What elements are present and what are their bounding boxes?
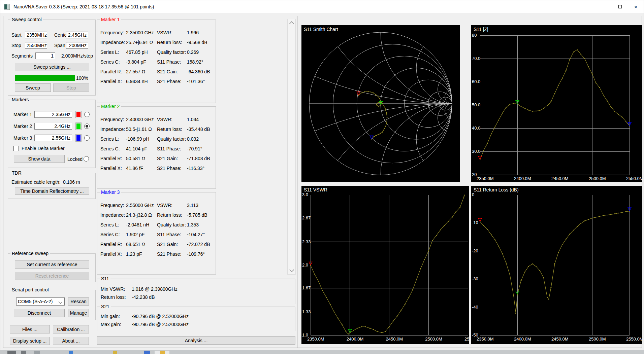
enable-delta-marker-checkbox[interactable]	[13, 146, 19, 151]
s11-return-loss-chart[interactable]: 0-10-20-30-40-502350.0M2400.0M2450.0M250…	[471, 186, 642, 344]
chart-title: S11 VSWR	[304, 187, 327, 192]
analysis-button[interactable]: Analysis ...	[97, 336, 295, 345]
marker-3-color-button[interactable]	[75, 134, 82, 142]
marker-data-value: 24.3-j32.8 Ω	[126, 212, 152, 218]
s11-z-chart[interactable]: 8070.060.050.040.030.0202350.0M2400.0M24…	[471, 25, 642, 182]
taskbar-icon-fragment[interactable]	[113, 351, 117, 354]
marker-data-label: Series L:	[100, 136, 119, 142]
s11-summary-title: S11	[100, 276, 110, 281]
marker-3-data-group: Marker 3 Frequency:2.55000 GHzImpedance:…	[97, 192, 216, 275]
marker-1-frequency-input[interactable]: 2.35GHz	[34, 111, 72, 118]
y-tick-label: 1.67	[302, 285, 311, 290]
y-tick-label: -10	[472, 220, 478, 225]
sweep-settings-button[interactable]: Sweep settings ...	[15, 63, 89, 71]
disconnect-button[interactable]: Disconnect	[14, 309, 65, 317]
s11-min-vswr-value: 1.016 @ 2.39800GHz	[132, 286, 178, 292]
taskbar-icon-fragment[interactable]	[144, 351, 150, 354]
marker-data-value: -2.0481 nH	[126, 221, 149, 228]
chart-smith-svg: S11 Smith Chart	[301, 25, 460, 182]
marker-data-label: Parallel X:	[100, 78, 122, 85]
marker-1-select-radio[interactable]	[84, 112, 90, 117]
sweep-divider	[52, 31, 52, 49]
marker-data-label: Series C:	[100, 231, 120, 238]
s11-vswr-chart[interactable]: 3.02.672.332.01.671.331.02350.0M2400.0M2…	[301, 186, 469, 344]
segments-input[interactable]: 1	[35, 52, 55, 59]
sweep-control-title: Sweep control	[10, 17, 43, 22]
taskbar-icon-fragment[interactable]	[21, 351, 26, 354]
marker-2-data-group: Marker 2 Frequency:2.40000 GHzImpedance:…	[97, 106, 216, 189]
marker-data-value: 1.034	[187, 116, 199, 123]
s11-summary-group: S11 Min VSWR:1.016 @ 2.39800GHz Return l…	[97, 279, 295, 304]
marker-1-label: Marker 1	[13, 111, 32, 118]
s11-return-loss-row: Return loss:-42.238 dB	[101, 294, 155, 300]
marker-2-color-button[interactable]	[75, 122, 82, 130]
center-input[interactable]: 2.45GHz	[66, 32, 88, 38]
y-tick-label: 70.0	[472, 56, 480, 61]
marker-3-select-radio[interactable]	[84, 135, 90, 141]
marker-data-label: VSWR:	[157, 29, 172, 36]
sweep-progress-bar	[15, 75, 75, 81]
marker-2-select-radio[interactable]	[84, 123, 90, 129]
s11-min-vswr-row: Min VSWR:1.016 @ 2.39800GHz	[101, 286, 178, 292]
stop-button[interactable]: Stop	[53, 83, 89, 92]
marker-data-value: -106.99 pH	[126, 136, 149, 142]
marker-data-panel: Marker 1 Frequency:2.35000 GHzImpedance:…	[97, 16, 296, 348]
minimize-button[interactable]	[596, 0, 612, 13]
marker-data-value: 2.55000 GHz	[126, 202, 154, 209]
x-tick-label: 2550.0M	[626, 337, 642, 342]
maximize-button[interactable]	[612, 0, 628, 13]
rescan-button[interactable]: Rescan	[68, 297, 89, 306]
taskbar-icon-fragment[interactable]	[7, 351, 16, 354]
segments-label: Segments	[11, 52, 33, 59]
marker-3-frequency-input[interactable]: 2.55GHz	[34, 135, 72, 141]
marker-data-label: S21 Phase:	[157, 165, 181, 172]
marker-1-data-group: Marker 1 Frequency:2.35000 GHzImpedance:…	[97, 20, 216, 103]
marker-panel-scrollbar[interactable]	[287, 19, 296, 275]
s21-min-gain-value: -90.796 dB @ 2.52000GHz	[132, 314, 189, 319]
marker-2-frequency-input[interactable]: 2.4GHz	[34, 123, 72, 130]
y-tick-label: 20	[472, 172, 477, 177]
display-setup-button[interactable]: Display setup ...	[10, 337, 50, 345]
sweep-button[interactable]: Sweep	[15, 83, 51, 92]
marker-data-label: S21 Gain:	[157, 68, 178, 75]
window-title: NanoVNA Saver 0.3.8 (Sweep: 2021-03-18 1…	[13, 4, 154, 9]
locked-radio[interactable]	[84, 156, 89, 162]
s11-smith-chart[interactable]: S11 Smith Chart	[301, 25, 460, 182]
start-input[interactable]: 2350MHz	[25, 32, 47, 38]
marker-data-label: S11 Phase:	[157, 145, 181, 152]
taskbar-icon-fragment[interactable]	[34, 351, 40, 354]
manage-button[interactable]: Manage	[68, 309, 89, 317]
marker-data-label: S21 Gain:	[157, 155, 178, 162]
marker-data-value: 1.996	[187, 29, 199, 36]
taskbar-icon-fragment[interactable]	[160, 351, 165, 354]
scroll-down-icon[interactable]	[289, 268, 294, 272]
charts-area: S11 Smith Chart 8070.060.050.040.030.020…	[297, 16, 642, 348]
s11-return-loss-value: -42.238 dB	[132, 294, 155, 300]
marker-data-value: 0.269	[187, 49, 199, 56]
taskbar[interactable]	[0, 350, 644, 354]
taskbar-icon-fragment[interactable]	[69, 351, 73, 354]
span-input[interactable]: 200MHz	[66, 42, 88, 49]
serial-port-group: Serial port control COM5 (S-A-A-2) Resca…	[8, 290, 96, 320]
marker-1-color-button[interactable]	[75, 111, 82, 118]
about-button[interactable]: About ...	[53, 337, 89, 345]
show-data-button[interactable]: Show data	[14, 155, 65, 163]
stop-input[interactable]: 2550MHz	[25, 42, 47, 49]
reset-reference-button[interactable]: Reset reference	[15, 272, 89, 280]
marker-data-value: -72.072 dB	[187, 241, 210, 248]
start-label: Start	[11, 32, 22, 38]
serial-port-select[interactable]: COM5 (S-A-A-2)	[16, 297, 65, 306]
reference-sweep-group: Reference sweep Set current as reference…	[8, 253, 96, 282]
titlebar[interactable]: NanoVNA Saver 0.3.8 (Sweep: 2021-03-18 1…	[0, 0, 644, 13]
close-button[interactable]: ×	[628, 0, 644, 13]
scroll-up-icon[interactable]	[289, 21, 294, 26]
set-reference-button[interactable]: Set current as reference	[15, 260, 89, 269]
tdr-button[interactable]: Time Domain Reflectometry ...	[15, 187, 89, 195]
marker-data-label: Frequency:	[100, 202, 124, 209]
y-tick-label: 2.33	[302, 239, 311, 244]
files-button[interactable]: Files ...	[10, 325, 50, 333]
marker-data-label: Series L:	[100, 49, 119, 56]
marker-data-value: -101.36°	[187, 78, 205, 85]
marker-data-label: Return loss:	[157, 212, 182, 218]
calibration-button[interactable]: Calibration ...	[53, 325, 89, 333]
